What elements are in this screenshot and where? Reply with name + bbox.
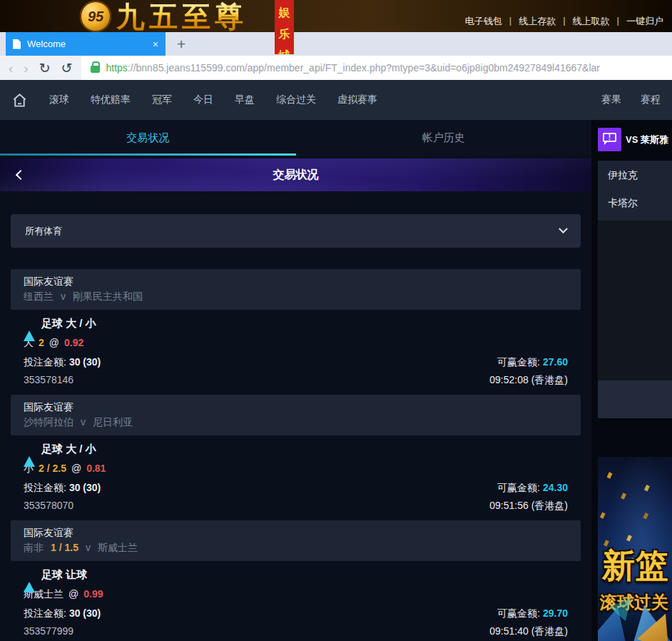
bet-type: 足球 大 / 小 [41, 443, 96, 455]
bet-details: ! 足球 大 / 小 大 2 @ 0.92 投注金额:30 (30) 可赢金额:… [11, 310, 581, 395]
bet-id: 353577999 [24, 625, 73, 637]
url-bar[interactable]: https://bnn85.jeans115599.com/app/member… [81, 56, 672, 80]
bet-selection-row: 大 2 @ 0.92 [24, 337, 568, 349]
bet-time: 09:51:56 (香港盘) [489, 500, 568, 512]
home-team: 南非 [24, 542, 44, 554]
active-tab-underline [0, 153, 296, 156]
link-separator: | [617, 15, 619, 28]
potential-win: 可赢金额:27.60 [497, 356, 568, 368]
tab-trade-status[interactable]: 交易状况 [0, 120, 296, 156]
selection-line: 2 / 2.5 [39, 463, 66, 475]
away-team: 刚果民主共和国 [73, 291, 143, 303]
page-title: 交易状况 [273, 168, 319, 183]
sport-filter-label: 所有体育 [25, 225, 62, 238]
bet-id: 353578070 [24, 500, 73, 512]
forward-icon[interactable]: › [24, 61, 28, 75]
warning-triangle-icon: ! [24, 570, 36, 580]
amounts-row: 投注金额:30 (30) 可赢金额:24.30 [24, 482, 568, 494]
chevron-down-icon [559, 224, 568, 233]
bet-details: ! 足球 大 / 小 小 2 / 2.5 @ 0.81 投注金额:30 (30)… [11, 435, 581, 520]
match-header[interactable]: 国际友谊赛 沙特阿拉伯 v 尼日利亚 [11, 395, 581, 435]
bet-time: 09:51:40 (香港盘) [489, 625, 568, 637]
home-icon[interactable] [11, 92, 28, 108]
promo-subtitle: 滚球过关 [600, 591, 668, 614]
meta-row: 353578070 09:51:56 (香港盘) [24, 500, 568, 512]
stake: 投注金额:30 (30) [24, 356, 101, 368]
nav-item-champion[interactable]: 冠军 [152, 94, 172, 106]
logo-name: 九五至尊 [116, 0, 248, 32]
back-icon[interactable]: ‹ [9, 61, 13, 75]
sidebar-empty-panel [598, 221, 672, 380]
link-online-withdraw[interactable]: 线上取款 [573, 15, 610, 28]
main-area: 交易状况 帐户历史 交易状况 所有体育 国际友谊赛 [0, 120, 672, 641]
sidebar-teams-panel: 伊拉克 卡塔尔 [598, 161, 672, 221]
nav-item-special-odds[interactable]: 特优赔率 [91, 94, 131, 106]
odds-value: 0.81 [86, 463, 106, 475]
vs-label: v [81, 416, 86, 428]
league-name: 国际友谊赛 [24, 401, 568, 413]
sport-filter-dropdown[interactable]: 所有体育 [11, 214, 581, 248]
nav-right-group: 赛果 赛程 [601, 94, 661, 106]
browser-tab-strip: Welcome × + [0, 32, 672, 56]
at-sign: @ [49, 337, 59, 349]
amounts-row: 投注金额:30 (30) 可赢金额:29.70 [24, 607, 568, 620]
link-e-wallet[interactable]: 电子钱包 [465, 15, 502, 28]
bet-record: 国际友谊赛 纽西兰 v 刚果民主共和国 ! 足球 大 / 小 [11, 269, 581, 395]
league-name: 国际友谊赛 [24, 276, 568, 288]
nav-item-today[interactable]: 今日 [193, 94, 213, 106]
new-tab-button[interactable]: + [177, 36, 185, 53]
link-one-key-transfer[interactable]: 一键归户 [626, 15, 663, 28]
nav-item-early-market[interactable]: 早盘 [235, 94, 255, 106]
potential-win: 可赢金额:24.30 [497, 482, 568, 494]
nav-item-schedule[interactable]: 赛程 [641, 94, 661, 106]
nav-item-rolling-ball[interactable]: 滚球 [49, 94, 69, 106]
away-team: 斯威士兰 [98, 542, 138, 554]
chat-alert-icon[interactable]: ! [598, 128, 621, 151]
link-separator: | [509, 15, 511, 28]
logo-ribbon-badge: 娱 乐 城 [275, 0, 294, 54]
match-header[interactable]: 国际友谊赛 纽西兰 v 刚果民主共和国 [11, 269, 581, 310]
match-teams: 纽西兰 v 刚果民主共和国 [24, 291, 568, 303]
vs-label: v [86, 542, 91, 554]
tab-account-history[interactable]: 帐户历史 [296, 120, 592, 156]
content-column: 交易状况 帐户历史 交易状况 所有体育 国际友谊赛 [0, 120, 591, 641]
page-header-banner: 交易状况 [0, 158, 591, 191]
records-content: 所有体育 国际友谊赛 纽西兰 v 刚果民主共和国 [0, 191, 591, 641]
bet-selection-row: 小 2 / 2.5 @ 0.81 [24, 463, 568, 475]
nav-item-virtual-sports[interactable]: 虚拟赛事 [337, 94, 377, 106]
ssl-lock-icon [91, 66, 100, 73]
browser-nav-buttons: ‹ › ↻ ↺ [0, 61, 81, 75]
logo-95-emblem-icon: 95 [80, 1, 111, 32]
at-sign: @ [71, 463, 81, 475]
tab-close-icon[interactable]: × [153, 39, 158, 50]
meta-row: 353578146 09:52:08 (香港盘) [24, 374, 568, 386]
sidebar-team-iraq[interactable]: 伊拉克 [608, 169, 672, 181]
link-online-deposit[interactable]: 线上存款 [519, 15, 556, 28]
stake: 投注金额:30 (30) [24, 482, 101, 494]
nav-item-parlay[interactable]: 综合过关 [276, 94, 316, 106]
away-team: 尼日利亚 [93, 416, 133, 428]
live-match-row[interactable]: ! VS 莱斯雅 [598, 128, 672, 151]
stake: 投注金额:30 (30) [24, 607, 101, 620]
potential-win: 可赢金额:29.70 [497, 607, 568, 620]
match-teams: 沙特阿拉伯 v 尼日利亚 [24, 416, 568, 428]
league-name: 国际友谊赛 [24, 527, 568, 539]
refresh-icon[interactable]: ↻ [39, 61, 51, 75]
sidebar-team-qatar[interactable]: 卡塔尔 [608, 197, 672, 209]
warning-triangle-icon: ! [24, 318, 36, 329]
promo-banner[interactable]: 新篮 滚球过关 [598, 457, 672, 641]
account-tabs: 交易状况 帐户历史 [0, 120, 591, 156]
url-rest: ://bnn85.jeans115599.com/app/member_api/… [128, 62, 600, 74]
browser-tab-welcome[interactable]: Welcome × [6, 32, 166, 56]
back-chevron-icon[interactable] [16, 170, 26, 180]
app-window: 95 九五至尊 娱 乐 城 电子钱包 | 线上存款 | 线上取款 | 一键归户 … [0, 0, 672, 641]
bet-record: 国际友谊赛 沙特阿拉伯 v 尼日利亚 ! 足球 大 / 小 [11, 395, 581, 520]
selection-line: 2 [39, 337, 44, 349]
bet-type-row: ! 足球 大 / 小 [24, 317, 568, 330]
match-header[interactable]: 国际友谊赛 南非 1 / 1.5 v 斯威士兰 [11, 520, 581, 561]
nav-item-results[interactable]: 赛果 [601, 94, 621, 106]
url-text: https://bnn85.jeans115599.com/app/member… [106, 62, 600, 74]
undo-icon[interactable]: ↺ [61, 61, 73, 75]
meta-row: 353577999 09:51:40 (香港盘) [24, 625, 568, 637]
at-sign: @ [68, 588, 78, 600]
